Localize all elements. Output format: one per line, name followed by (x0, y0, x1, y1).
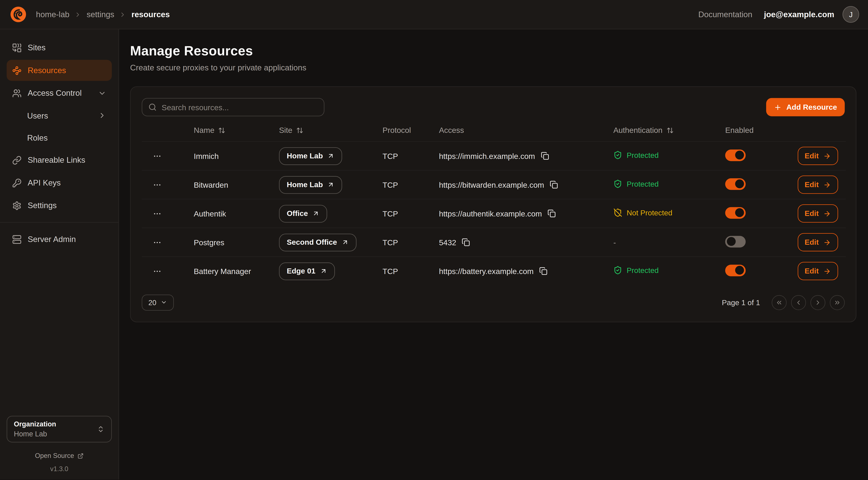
column-header-authentication[interactable]: Authentication (613, 126, 725, 141)
enabled-toggle[interactable] (725, 178, 746, 190)
avatar[interactable]: J (842, 6, 859, 23)
arrow-right-icon (823, 210, 831, 217)
chevron-left-icon (795, 299, 802, 306)
app-logo-icon[interactable] (9, 5, 28, 24)
resource-access: https://immich.example.com (439, 151, 535, 160)
external-icon (78, 453, 84, 459)
sidebar-item-users[interactable]: Users (7, 105, 112, 126)
resource-name: Bitwarden (194, 170, 279, 199)
row-menu-button[interactable] (152, 150, 163, 161)
site-link[interactable]: Edge 01 (279, 262, 335, 280)
chevrons-left-icon (776, 299, 783, 306)
page-size-select[interactable]: 20 (142, 294, 174, 310)
user-email[interactable]: joe@example.com (764, 10, 834, 19)
site-link[interactable]: Second Office (279, 233, 356, 251)
pagination-first-button[interactable] (772, 295, 787, 310)
column-header-site[interactable]: Site (279, 126, 382, 141)
arrow-up-right-icon (327, 152, 335, 159)
copy-button[interactable] (539, 267, 548, 275)
shield-check-icon (613, 179, 622, 188)
enabled-toggle[interactable] (725, 149, 746, 161)
site-link[interactable]: Office (279, 205, 327, 222)
pagination-previous-button[interactable] (791, 295, 806, 310)
breadcrumb-settings[interactable]: settings (87, 10, 114, 19)
chevron-down-icon (98, 89, 106, 97)
copy-button[interactable] (462, 238, 470, 246)
auth-status-protected: Protected (613, 151, 659, 159)
column-header-actions (792, 126, 846, 141)
auth-status-protected: Protected (613, 266, 659, 275)
breadcrumb: home-lab settings resources (36, 10, 170, 19)
resource-protocol: TCP (382, 142, 439, 170)
edit-button[interactable]: Edit (798, 262, 838, 280)
sidebar-item-label: Resources (28, 66, 66, 75)
sidebar-item-server-admin[interactable]: Server Admin (7, 229, 112, 249)
resource-protocol: TCP (382, 199, 439, 228)
add-resource-label: Add Resource (786, 103, 837, 111)
sidebar-item-label: Sites (28, 43, 45, 52)
pagination-last-button[interactable] (830, 295, 845, 310)
resource-access: https://bitwarden.example.com (439, 180, 544, 189)
copy-button[interactable] (548, 209, 556, 217)
add-resource-button[interactable]: Add Resource (767, 98, 845, 116)
enabled-toggle[interactable] (725, 265, 746, 276)
sidebar-item-api-keys[interactable]: API Keys (7, 172, 112, 193)
enabled-toggle[interactable] (725, 207, 746, 218)
breadcrumb-org[interactable]: home-lab (36, 10, 69, 19)
copy-button[interactable] (550, 180, 558, 189)
column-header-protocol: Protocol (382, 126, 439, 141)
site-link[interactable]: Home Lab (279, 176, 342, 193)
column-header-name[interactable]: Name (194, 126, 279, 141)
resources-card: Add Resource Name Site Protocol Access A… (130, 86, 857, 322)
column-header-enabled: Enabled (725, 126, 792, 141)
table-row: Battery Manager Edge 01 TCP https://batt… (142, 257, 846, 286)
enabled-toggle[interactable] (725, 236, 746, 247)
arrow-right-icon (823, 238, 831, 246)
page-label: Page 1 of 1 (722, 298, 760, 306)
organization-label: Organization (14, 420, 56, 428)
sidebar-item-shareable-links[interactable]: Shareable Links (7, 150, 112, 171)
site-link[interactable]: Home Lab (279, 147, 342, 165)
version-label: v1.3.0 (7, 465, 112, 473)
search-box (142, 98, 324, 116)
arrow-up-down-icon (296, 126, 304, 134)
edit-button[interactable]: Edit (798, 176, 838, 194)
chevrons-up-down-icon (97, 425, 104, 433)
row-menu-button[interactable] (152, 266, 163, 277)
resource-name: Authentik (194, 199, 279, 228)
row-menu-button[interactable] (152, 179, 163, 190)
row-menu-button[interactable] (152, 208, 163, 219)
sidebar-item-sites[interactable]: Sites (7, 37, 112, 58)
search-input[interactable] (162, 103, 318, 112)
link-icon (12, 155, 22, 165)
open-source-label: Open Source (35, 452, 74, 459)
pagination-next-button[interactable] (810, 295, 826, 310)
sidebar-item-roles[interactable]: Roles (7, 127, 112, 148)
documentation-link[interactable]: Documentation (698, 10, 752, 19)
arrow-up-down-icon (666, 126, 674, 134)
sidebar-item-settings[interactable]: Settings (7, 195, 112, 216)
row-menu-button[interactable] (152, 237, 163, 248)
edit-button[interactable]: Edit (798, 204, 838, 222)
pager: Page 1 of 1 (722, 295, 845, 310)
table-row: Authentik Office TCP https://authentik.e… (142, 199, 846, 228)
topbar-right: Documentation joe@example.com J (698, 6, 859, 23)
resource-protocol: TCP (382, 228, 439, 257)
open-source-link[interactable]: Open Source (7, 452, 112, 459)
sidebar-item-resources[interactable]: Resources (7, 60, 112, 81)
resource-name: Postgres (194, 228, 279, 257)
organization-select[interactable]: Organization Home Lab (7, 416, 112, 443)
sidebar-item-access-control[interactable]: Access Control (7, 83, 112, 103)
chevrons-right-icon (834, 299, 841, 306)
chevron-right-icon (119, 11, 126, 18)
breadcrumb-current: resources (131, 10, 170, 19)
copy-icon (550, 180, 558, 189)
auth-status-protected: Protected (613, 179, 659, 188)
copy-icon (462, 238, 470, 246)
resource-access: 5432 (439, 238, 456, 247)
edit-button[interactable]: Edit (798, 147, 838, 165)
edit-button[interactable]: Edit (798, 233, 838, 251)
copy-button[interactable] (540, 152, 549, 160)
screen: home-lab settings resources Documentatio… (0, 0, 868, 480)
users-group-icon (12, 88, 22, 98)
